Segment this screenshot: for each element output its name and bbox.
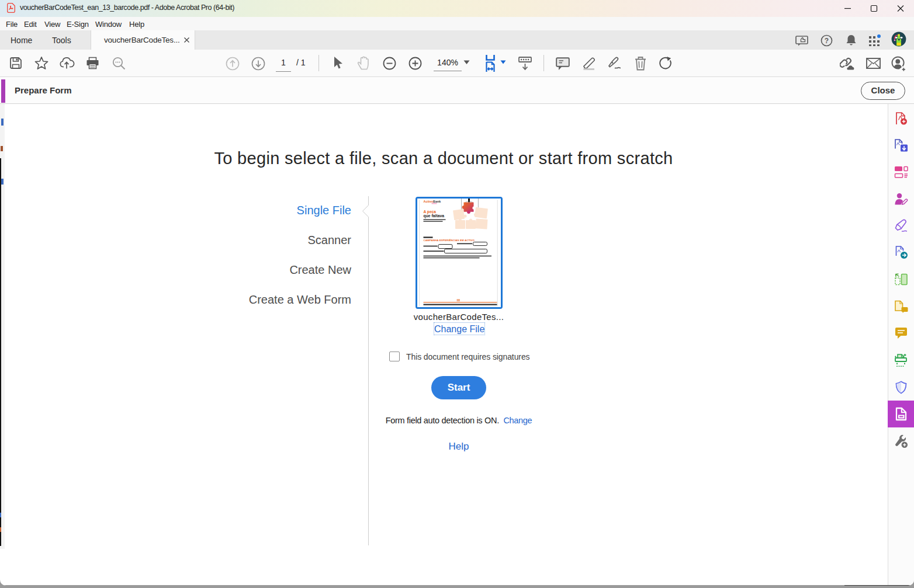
svg-text:CAMPANHA EXPERIÊNCIAS EM ACTIV: CAMPANHA EXPERIÊNCIAS EM ACTIVO xyxy=(424,239,475,242)
svg-text:ActivoBank: ActivoBank xyxy=(424,200,441,203)
svg-text:que faltava: que faltava xyxy=(424,214,445,218)
svg-text:?: ? xyxy=(825,37,829,45)
